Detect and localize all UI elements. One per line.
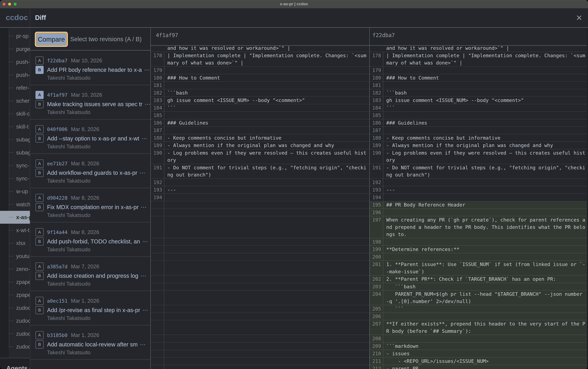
revision-card-4f1af97: AB4f1af97Mar 10, 2026Make tracking issue… <box>30 85 151 119</box>
select-a-toggle[interactable]: A <box>35 331 44 339</box>
sidebar-item-sync-[interactable]: sync- <box>0 172 30 185</box>
sidebar-item-push-[interactable]: push- <box>0 69 30 81</box>
revision-author: Takeshi Takatsudo <box>47 109 91 115</box>
select-a-toggle[interactable]: A <box>35 262 44 271</box>
select-b-toggle[interactable]: B <box>35 66 44 74</box>
select-a-toggle[interactable]: A <box>35 297 44 305</box>
sidebar-item-label: pr-sp <box>16 30 30 42</box>
code-line: ``` <box>383 305 587 313</box>
select-b-toggle[interactable]: B <box>35 340 44 348</box>
select-a-toggle[interactable]: A <box>35 194 44 202</box>
revision-title: Add workflow-end guards to x-as-pr ⋯ <box>47 169 146 177</box>
diff-row-189: 189- Always mention if the original plan… <box>370 142 588 149</box>
diff-row: - parent PR <box>151 365 369 369</box>
revision-title: Add --stay option to x-as-pr and x-wt ⋯ <box>47 134 148 143</box>
line-number <box>151 343 164 350</box>
line-number: 201 <box>370 261 383 275</box>
sidebar-item-skill-c[interactable]: skill-c <box>0 107 30 120</box>
code-line <box>164 253 368 261</box>
sidebar-item-zudoc[interactable]: zudoc <box>0 314 30 327</box>
sidebar-item-zpape[interactable]: zpape <box>0 288 30 301</box>
sidebar-item-purge[interactable]: purge <box>0 43 30 55</box>
tree-branch-icon <box>9 243 13 243</box>
close-button[interactable] <box>575 13 583 22</box>
revision-card-040f006: AB040f006Mar 8, 2026Add --stay option to… <box>30 119 151 154</box>
line-number: 183 <box>151 97 164 104</box>
line-number <box>151 305 164 313</box>
sidebar-item-zeno-[interactable]: zeno- <box>0 263 30 276</box>
diff-row <box>151 238 369 246</box>
sidebar-item-zudoc[interactable]: zudoc <box>0 327 30 340</box>
diff-row-193: 193--- <box>151 186 369 194</box>
select-b-toggle[interactable]: B <box>35 134 44 143</box>
sidebar-agents-section[interactable]: Agents (1 <box>6 365 30 369</box>
diff-row-183: 183gh issue comment <ISSUE_NUM> --body "… <box>370 97 588 104</box>
diff-row-202: 2022. **Parent PR**: Check if `TARGET_BR… <box>370 276 588 283</box>
line-number: 178 <box>151 52 164 66</box>
sidebar-item-sync-[interactable]: sync- <box>0 159 30 172</box>
sidebar-item-x-wt-t[interactable]: x-wt-t <box>0 224 30 237</box>
line-number: 186 <box>370 119 383 127</box>
diff-row-185: 185 <box>151 112 369 119</box>
sidebar-item-refer-[interactable]: refer- <box>0 81 30 94</box>
select-b-toggle[interactable]: B <box>35 203 44 211</box>
revision-author: Takeshi Takatsudo <box>47 144 91 150</box>
code-line: - Log problems even if they were resolve… <box>164 149 368 164</box>
sidebar-item-pr-sp[interactable]: pr-sp <box>0 30 30 42</box>
sidebar-item-push-[interactable]: push- <box>0 55 30 68</box>
revision-meta: b3185b0Mar 1, 2026 <box>47 331 99 339</box>
sidebar-item-youtu[interactable]: youtu <box>0 250 30 263</box>
app-logo[interactable]: ccdoc <box>6 13 28 22</box>
code-line <box>383 209 587 216</box>
sidebar-item-subag[interactable]: subag <box>0 133 30 146</box>
code-line: ### Guidelines <box>383 119 587 127</box>
code-line: --- <box>164 186 368 194</box>
sidebar-item-x-as-p[interactable]: x-as-p <box>0 211 30 224</box>
line-number <box>151 350 164 357</box>
sidebar-item-subag[interactable]: subag <box>0 146 30 159</box>
line-number <box>151 358 164 365</box>
diff-revision-a: 4f1af97 <box>156 32 178 38</box>
sidebar-item-scher[interactable]: scher <box>0 94 30 107</box>
diff-row-207: 207**If either exists**, prepend this he… <box>370 320 588 335</box>
diff-row-187: 187 <box>370 127 588 134</box>
tree-branch-icon <box>9 295 13 295</box>
code-line: --- <box>383 186 587 194</box>
sidebar-item-watch[interactable]: watch <box>0 198 30 211</box>
sidebar-item-zudoc[interactable]: zudoc <box>0 340 30 353</box>
select-b-toggle[interactable]: B <box>35 100 44 108</box>
select-a-toggle[interactable]: A <box>35 228 44 236</box>
sidebar-item-zudoc[interactable]: zudoc <box>0 301 30 314</box>
diff-row-186: 186### Guidelines <box>370 119 588 127</box>
select-b-toggle[interactable]: B <box>35 237 44 246</box>
line-number: 202 <box>370 276 383 283</box>
truncation-ellipsis: ⋯ <box>142 101 151 107</box>
line-number: 180 <box>370 74 383 82</box>
select-a-toggle[interactable]: A <box>35 159 44 168</box>
line-number: 186 <box>151 119 164 127</box>
diff-row-179: 179 <box>370 67 588 74</box>
tree-branch-icon <box>9 36 13 36</box>
sidebar-item-w-up[interactable]: w-up <box>0 185 30 198</box>
diff-row-187: 187 <box>151 127 369 134</box>
select-a-toggle[interactable]: A <box>35 125 44 133</box>
select-a-toggle[interactable]: A <box>35 56 44 65</box>
line-number <box>151 209 164 216</box>
tree-branch-icon <box>9 127 13 127</box>
select-b-toggle[interactable]: B <box>35 272 44 280</box>
compare-button[interactable]: Compare <box>35 32 67 46</box>
line-number <box>151 313 164 320</box>
select-b-toggle[interactable]: B <box>35 169 44 177</box>
revision-date: Mar 8, 2026 <box>71 126 99 132</box>
sidebar-item-xlsx[interactable]: xlsx <box>0 237 30 250</box>
sidebar-item-zpape[interactable]: zpape <box>0 276 30 288</box>
code-line: When creating any PR (`gh pr create`), c… <box>164 216 368 238</box>
revision-date: Mar 1, 2026 <box>71 332 99 338</box>
select-b-toggle[interactable]: B <box>35 306 44 314</box>
sidebar-item-label: zudoc <box>16 301 30 314</box>
sidebar-item-label: zudoc <box>16 340 30 353</box>
select-a-toggle[interactable]: A <box>35 91 44 99</box>
code-line: **If either exists**, prepend this heade… <box>164 320 368 335</box>
revision-list: ABf22dba7Mar 10, 2026Add PR body referen… <box>30 51 151 369</box>
sidebar-item-skill-t[interactable]: skill-t <box>0 120 30 133</box>
